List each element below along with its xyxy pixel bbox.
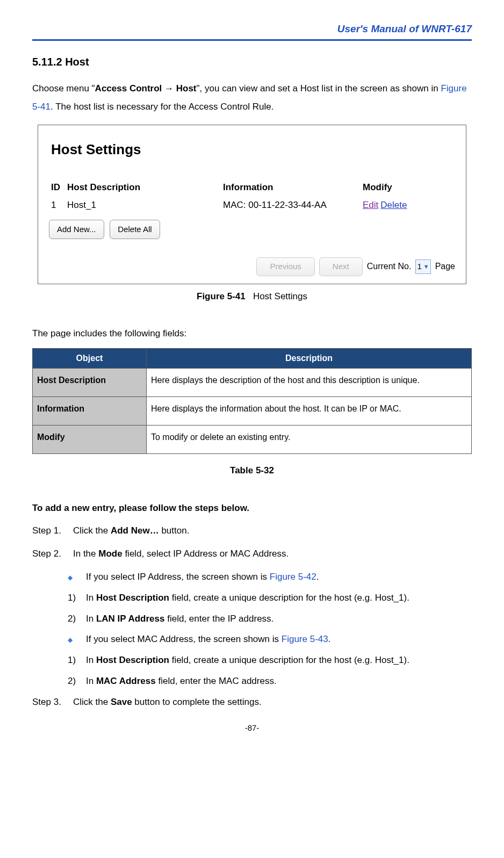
ip-sub-1: 1) In Host Description field, create a u…: [68, 590, 472, 606]
next-button[interactable]: Next: [319, 257, 363, 276]
bullet-ip: ◆ If you select IP Address, the screen s…: [68, 569, 472, 585]
step-2: Step 2. In the Mode field, select IP Add…: [32, 546, 472, 562]
mac-sub-1: 1) In Host Description field, create a u…: [68, 653, 472, 668]
table-caption: Table 5-32: [32, 464, 472, 478]
cell-desc: Host_1: [67, 198, 223, 212]
bullet-icon: ◆: [68, 632, 86, 645]
cell-modify: EditDelete: [363, 198, 433, 212]
fig-ref-5-42: Figure 5-42: [270, 572, 316, 582]
section-title: Host: [65, 56, 89, 68]
th-description: Description: [147, 349, 472, 369]
step-1: Step 1. Click the Add New… button.: [32, 523, 472, 539]
section-number: 5.11.2: [32, 56, 62, 68]
steps-title: To add a new entry, please follow the st…: [32, 501, 472, 515]
previous-button[interactable]: Previous: [256, 257, 314, 276]
page-label: Page: [435, 260, 455, 273]
ip-sub-2: 2) In LAN IP Address field, enter the IP…: [68, 611, 472, 627]
chevron-down-icon: ▼: [423, 262, 429, 271]
cell-info: MAC: 00-11-22-33-44-AA: [223, 198, 363, 212]
th-object: Object: [33, 349, 147, 369]
fig-ref-5-43: Figure 5-43: [282, 634, 328, 644]
bullet-mac: ◆ If you select MAC Address, the screen …: [68, 632, 472, 647]
table-row: Host Description Here displays the descr…: [33, 369, 472, 397]
section-heading: 5.11.2 Host: [32, 54, 472, 70]
table-header-row: ID Host Description Information Modify: [49, 178, 455, 197]
cell-id: 1: [51, 198, 67, 212]
intro-paragraph: Choose menu "Access Control → Host", you…: [32, 80, 472, 116]
button-row: Add New... Delete All: [49, 220, 455, 240]
table-row: 1 Host_1 MAC: 00-11-22-33-44-AA EditDele…: [49, 196, 455, 214]
delete-all-button[interactable]: Delete All: [110, 220, 160, 240]
fields-intro: The page includes the following fields:: [32, 325, 472, 343]
current-no-label: Current No.: [367, 260, 412, 273]
col-information: Information: [223, 181, 363, 194]
bullet-icon: ◆: [68, 569, 86, 583]
table-row: Modify To modify or delete an existing e…: [33, 426, 472, 454]
page-select[interactable]: 1 ▼: [415, 259, 430, 274]
edit-link[interactable]: Edit: [363, 200, 378, 210]
figure-caption: Figure 5-41 Host Settings: [32, 290, 472, 304]
fields-table: Object Description Host Description Here…: [32, 348, 472, 454]
col-id: ID: [51, 181, 67, 194]
col-host-description: Host Description: [67, 181, 223, 194]
add-new-button[interactable]: Add New...: [49, 220, 104, 240]
doc-header: User's Manual of WNRT-617: [32, 21, 472, 41]
host-settings-screenshot: Host Settings ID Host Description Inform…: [38, 125, 466, 284]
pagination-row: Previous Next Current No. 1 ▼ Page: [49, 257, 455, 276]
page-number: -87-: [32, 722, 472, 734]
delete-link[interactable]: Delete: [380, 200, 407, 210]
panel-title: Host Settings: [51, 139, 455, 160]
col-modify: Modify: [363, 181, 433, 194]
mac-sub-2: 2) In MAC Address field, enter the MAC a…: [68, 674, 472, 689]
table-row: Information Here displays the informatio…: [33, 397, 472, 426]
step-3: Step 3. Click the Save button to complet…: [32, 695, 472, 710]
